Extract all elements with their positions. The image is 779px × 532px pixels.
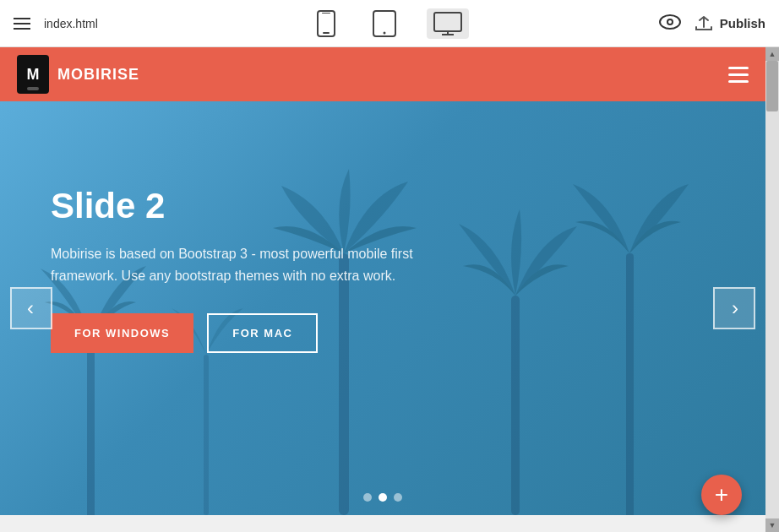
arrow-left-icon: ‹ bbox=[27, 296, 34, 320]
svg-point-8 bbox=[668, 20, 672, 24]
brand-name: MOBIRISE bbox=[57, 66, 139, 84]
for-windows-button[interactable]: FOR WINDOWS bbox=[51, 313, 193, 353]
publish-label: Publish bbox=[720, 16, 765, 30]
carousel-dot-1[interactable] bbox=[363, 493, 372, 502]
carousel-prev-button[interactable]: ‹ bbox=[10, 287, 52, 329]
hero-description: Mobirise is based on Bootstrap 3 - most … bbox=[51, 243, 456, 286]
carousel-next-button[interactable]: › bbox=[713, 287, 755, 329]
filename-label: index.html bbox=[44, 17, 98, 30]
hero-section: ‹ Slide 2 Mobirise is based on Bootstrap… bbox=[0, 101, 765, 515]
scroll-track bbox=[765, 61, 779, 518]
mobile-device-icon[interactable] bbox=[310, 7, 342, 41]
carousel-dot-2[interactable] bbox=[379, 493, 387, 502]
scroll-down-button[interactable]: ▼ bbox=[765, 518, 779, 532]
preview-icon[interactable] bbox=[659, 14, 681, 33]
logo-initial: M bbox=[27, 66, 40, 84]
desktop-device-icon[interactable] bbox=[427, 8, 469, 39]
hamburger-menu[interactable] bbox=[14, 18, 30, 30]
svg-rect-5 bbox=[434, 13, 461, 31]
main-area: M MOBIRISE bbox=[0, 47, 779, 532]
svg-rect-10 bbox=[511, 296, 520, 515]
tablet-device-icon[interactable] bbox=[366, 7, 403, 41]
scrollbar: ▲ ▼ bbox=[765, 47, 779, 532]
scroll-up-button[interactable]: ▲ bbox=[765, 47, 779, 61]
fab-button[interactable]: + bbox=[701, 475, 742, 515]
site-logo: M bbox=[17, 55, 49, 94]
svg-rect-2 bbox=[322, 13, 330, 14]
preview-area: M MOBIRISE bbox=[0, 47, 765, 532]
hero-content: Slide 2 Mobirise is based on Bootstrap 3… bbox=[0, 101, 507, 387]
site-navbar: M MOBIRISE bbox=[0, 47, 765, 101]
carousel-dot-3[interactable] bbox=[394, 493, 402, 502]
svg-rect-12 bbox=[626, 253, 634, 515]
toolbar: index.html bbox=[0, 0, 779, 47]
hero-title: Slide 2 bbox=[51, 186, 456, 226]
hero-buttons: FOR WINDOWS FOR MAC bbox=[51, 313, 456, 353]
navbar-brand: M MOBIRISE bbox=[17, 55, 139, 94]
arrow-right-icon: › bbox=[732, 296, 738, 320]
svg-rect-1 bbox=[323, 32, 330, 34]
carousel-dots bbox=[363, 493, 402, 502]
publish-button[interactable]: Publish bbox=[695, 16, 765, 31]
for-mac-button[interactable]: FOR MAC bbox=[207, 313, 318, 353]
device-icons bbox=[310, 7, 469, 41]
right-icons: Publish bbox=[659, 14, 765, 33]
scroll-thumb[interactable] bbox=[766, 61, 778, 111]
svg-point-4 bbox=[384, 31, 386, 34]
site-menu-toggle[interactable] bbox=[728, 67, 749, 83]
